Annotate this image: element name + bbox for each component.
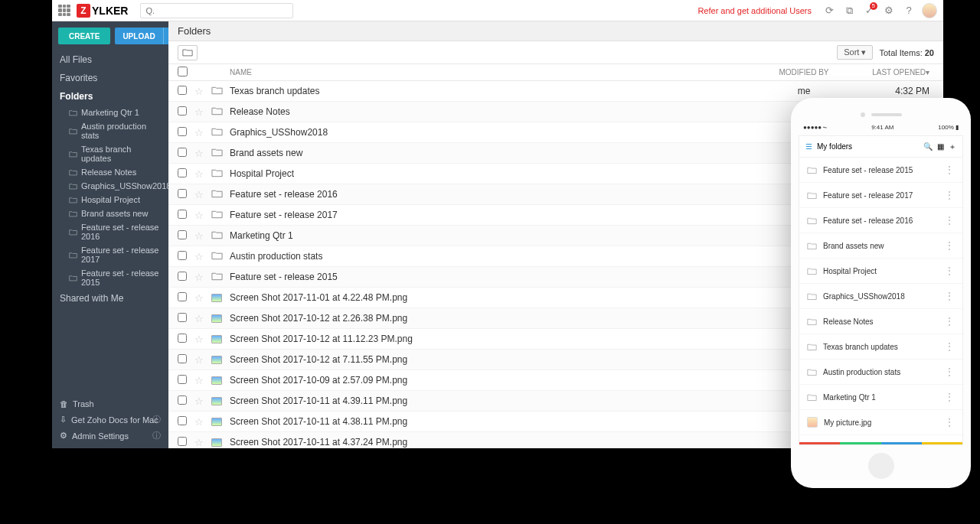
brand-logo[interactable]: Z YLKER — [77, 4, 128, 18]
row-checkbox[interactable] — [178, 106, 187, 116]
nav-folders[interactable]: Folders — [52, 87, 168, 106]
nav-favorites[interactable]: Favorites — [52, 69, 168, 87]
tree-item[interactable]: Austin production stats — [52, 119, 168, 142]
star-icon[interactable]: ☆ — [194, 148, 204, 159]
tree-item[interactable]: Graphics_USShow2018 — [52, 179, 168, 193]
admin-settings-link[interactable]: ⚙Admin Settingsⓘ — [52, 428, 168, 444]
nav-all-files[interactable]: All Files — [52, 50, 168, 69]
more-icon[interactable]: ⋮ — [944, 391, 955, 403]
phone-list-item[interactable]: Texas branch updates⋮ — [799, 334, 962, 360]
row-checkbox[interactable] — [178, 437, 187, 446]
new-folder-button[interactable] — [178, 45, 198, 60]
more-icon[interactable]: ⋮ — [944, 164, 955, 176]
star-icon[interactable]: ☆ — [194, 127, 204, 138]
phone-list-item[interactable]: My picture.jpg⋮ — [799, 410, 962, 435]
tree-item[interactable]: Hospital Project — [52, 193, 168, 207]
phone-list-item[interactable]: Austin production stats⋮ — [799, 360, 962, 385]
phone-list-item[interactable]: Feature set - release 2017⋮ — [799, 183, 962, 208]
refer-link[interactable]: Refer and get additional Users — [697, 6, 812, 15]
info-icon[interactable]: ⓘ — [152, 430, 161, 441]
row-checkbox[interactable] — [178, 313, 187, 322]
col-modified[interactable]: MODIFIED BY — [758, 68, 850, 76]
phone-list-item[interactable]: Hospital Project⋮ — [799, 259, 962, 284]
row-checkbox[interactable] — [178, 210, 187, 219]
row-checkbox[interactable] — [178, 375, 187, 384]
star-icon[interactable]: ☆ — [194, 251, 204, 262]
avatar[interactable] — [922, 3, 937, 18]
phone-list-item[interactable]: Brand assets new⋮ — [799, 233, 962, 259]
more-icon[interactable]: ⋮ — [944, 366, 955, 378]
star-icon[interactable]: ☆ — [194, 292, 204, 304]
tree-item[interactable]: Marketing Qtr 1 — [52, 106, 168, 119]
tree-item[interactable]: Texas branch updates — [52, 142, 168, 165]
dropbox-icon[interactable]: ⧉ — [842, 4, 856, 18]
select-all-checkbox[interactable] — [178, 67, 188, 76]
star-icon[interactable]: ☆ — [194, 395, 204, 407]
star-icon[interactable]: ☆ — [194, 86, 204, 97]
row-checkbox[interactable] — [178, 148, 187, 157]
grid-icon[interactable]: ▦ — [937, 142, 944, 151]
more-icon[interactable]: ⋮ — [944, 340, 955, 353]
more-icon[interactable]: ⋮ — [944, 416, 955, 428]
sync-icon[interactable]: ⟳ — [822, 4, 836, 18]
tree-item[interactable]: Feature set - release 2017 — [52, 243, 168, 266]
star-icon[interactable]: ☆ — [194, 354, 204, 366]
row-checkbox[interactable] — [178, 230, 187, 239]
more-icon[interactable]: ⋮ — [944, 315, 955, 327]
row-checkbox[interactable] — [178, 251, 187, 260]
search-input[interactable] — [140, 3, 293, 18]
phone-list-item[interactable]: Release Notes⋮ — [799, 309, 962, 334]
phone-list-item[interactable]: Marketing Qtr 1⋮ — [799, 385, 962, 410]
phone-list-item[interactable]: Graphics_USShow2018⋮ — [799, 284, 962, 309]
more-icon[interactable]: ⋮ — [944, 214, 955, 226]
row-checkbox[interactable] — [178, 127, 187, 136]
phone-list-item[interactable]: Feature set - release 2015⋮ — [799, 158, 962, 183]
row-checkbox[interactable] — [178, 292, 187, 301]
star-icon[interactable]: ☆ — [194, 106, 204, 118]
help-icon[interactable]: ? — [902, 4, 916, 18]
star-icon[interactable]: ☆ — [194, 437, 204, 448]
more-icon[interactable]: ⋮ — [944, 239, 955, 252]
more-icon[interactable]: ⋮ — [944, 265, 955, 277]
star-icon[interactable]: ☆ — [194, 375, 204, 386]
tree-item[interactable]: Feature set - release 2015 — [52, 266, 168, 289]
more-icon[interactable]: ⋮ — [944, 189, 955, 201]
star-icon[interactable]: ☆ — [194, 313, 204, 324]
trash-link[interactable]: 🗑Trash — [52, 396, 168, 412]
tree-item[interactable]: Feature set - release 2016 — [52, 220, 168, 243]
row-checkbox[interactable] — [178, 416, 187, 425]
notifications-icon[interactable]: ✓5 — [862, 4, 876, 18]
row-checkbox[interactable] — [178, 168, 187, 177]
sort-button[interactable]: Sort ▾ — [837, 45, 873, 60]
nav-shared[interactable]: Shared with Me — [52, 289, 168, 308]
row-checkbox[interactable] — [178, 354, 187, 363]
tree-item[interactable]: Brand assets new — [52, 207, 168, 220]
row-checkbox[interactable] — [178, 334, 187, 343]
gear-icon[interactable]: ⚙ — [882, 4, 896, 18]
col-name[interactable]: NAME — [230, 68, 758, 76]
apps-grid-icon[interactable] — [58, 5, 70, 17]
row-checkbox[interactable] — [178, 86, 187, 95]
info-icon[interactable]: ⓘ — [152, 414, 161, 425]
phone-list-item[interactable]: Feature set - release 2016⋮ — [799, 208, 962, 233]
home-button[interactable] — [868, 453, 894, 479]
search-icon[interactable]: 🔍 — [923, 142, 933, 151]
col-last-opened[interactable]: LAST OPENED▾ — [850, 68, 934, 76]
star-icon[interactable]: ☆ — [194, 334, 204, 345]
upload-button[interactable]: UPLOAD — [115, 28, 162, 44]
menu-icon[interactable]: ☰ — [805, 142, 812, 151]
row-checkbox[interactable] — [178, 272, 187, 281]
row-checkbox[interactable] — [178, 189, 187, 198]
create-button[interactable]: CREATE — [58, 28, 110, 44]
tree-item[interactable]: Release Notes — [52, 165, 168, 179]
star-icon[interactable]: ☆ — [194, 230, 204, 242]
star-icon[interactable]: ☆ — [194, 210, 204, 221]
add-icon[interactable]: ＋ — [949, 142, 956, 152]
get-docs-link[interactable]: ⇩Get Zoho Docs for Macⓘ — [52, 412, 168, 428]
star-icon[interactable]: ☆ — [194, 416, 204, 428]
more-icon[interactable]: ⋮ — [944, 290, 955, 302]
star-icon[interactable]: ☆ — [194, 272, 204, 283]
star-icon[interactable]: ☆ — [194, 168, 204, 180]
row-checkbox[interactable] — [178, 395, 187, 405]
star-icon[interactable]: ☆ — [194, 189, 204, 200]
